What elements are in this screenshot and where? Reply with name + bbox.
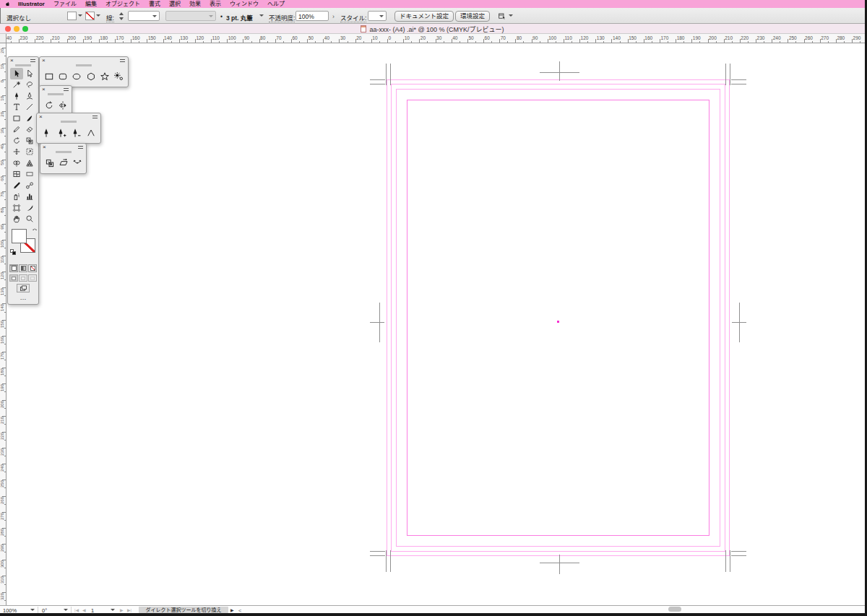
fill-indicator[interactable] [12, 229, 27, 243]
tool-rotate[interactable] [42, 98, 56, 113]
collapse-icon[interactable] [120, 59, 125, 62]
tool-rectangle[interactable] [42, 69, 56, 84]
tool-artboard[interactable] [10, 202, 23, 214]
tool-symbol-sprayer[interactable] [10, 191, 23, 203]
tool-scale[interactable] [43, 156, 56, 170]
color-button[interactable] [9, 264, 18, 272]
gradient-button[interactable] [19, 264, 27, 272]
menu-item-1[interactable]: ファイル [49, 0, 81, 8]
tool-curvature[interactable] [23, 90, 36, 102]
close-icon[interactable]: × [42, 86, 46, 92]
tool-convert-anchor[interactable] [84, 126, 98, 140]
tool-rectangle[interactable] [10, 113, 23, 124]
tool-type[interactable] [10, 102, 23, 113]
rotation-chevron-icon[interactable] [64, 609, 68, 611]
close-icon[interactable]: × [43, 144, 46, 150]
tool-eyedropper[interactable] [10, 180, 23, 191]
tool-eraser[interactable] [23, 124, 36, 136]
tool-rounded-rect[interactable] [56, 69, 69, 84]
tool-direct-selection[interactable] [23, 68, 36, 79]
swap-fill-stroke-icon[interactable] [31, 227, 38, 233]
next-artboard-button[interactable]: ▶ [120, 607, 124, 612]
brush-definition-chevron-icon[interactable] [259, 14, 264, 17]
tool-star[interactable] [98, 69, 111, 84]
tool-perspective-grid[interactable] [23, 157, 36, 169]
zoom-level[interactable]: 100% [3, 607, 17, 614]
menu-item-8[interactable]: ウィンドウ [225, 0, 263, 8]
tool-pen-minus[interactable] [69, 126, 83, 140]
tool-ellipse[interactable] [70, 69, 84, 84]
tool-polygon[interactable] [84, 69, 98, 84]
preferences-button[interactable]: 環境設定 [455, 11, 490, 22]
draw-normal-button[interactable] [9, 274, 18, 282]
tool-pencil[interactable] [10, 124, 23, 136]
menu-item-4[interactable]: 書式 [144, 0, 165, 8]
first-artboard-button[interactable]: |◀ [74, 607, 79, 612]
palette-header[interactable]: × [37, 113, 100, 120]
tool-reshape[interactable] [70, 156, 84, 170]
menu-item-5[interactable]: 選択 [165, 0, 185, 8]
palette-header[interactable]: × [40, 144, 86, 150]
ruler-origin[interactable] [0, 34, 7, 43]
tool-zoom[interactable] [23, 214, 36, 225]
stroke-color-swatch[interactable] [85, 12, 95, 20]
collapse-icon[interactable] [30, 59, 35, 62]
screen-mode-button[interactable] [17, 284, 30, 292]
menu-item-3[interactable]: オブジェクト [101, 0, 144, 8]
none-button[interactable] [28, 264, 37, 272]
rotation-value[interactable]: 0° [42, 607, 47, 614]
stroke-weight-combo[interactable] [128, 11, 160, 21]
menu-item-9[interactable]: ヘルプ [263, 0, 289, 8]
opacity-input[interactable]: 100% [296, 11, 329, 21]
stroke-swatch-chevron-icon[interactable] [96, 14, 100, 17]
tool-slice[interactable] [23, 202, 36, 214]
tool-free-transform[interactable] [23, 147, 36, 158]
fill-swatch-chevron-icon[interactable] [78, 14, 82, 17]
tool-graph[interactable] [23, 191, 36, 203]
tool-reflect[interactable] [56, 98, 69, 113]
tool-selection[interactable] [10, 68, 23, 79]
tool-lasso[interactable] [23, 79, 36, 91]
apple-menu-icon[interactable] [4, 1, 11, 8]
opacity-expand-arrow[interactable]: › [332, 13, 335, 20]
vertical-ruler[interactable]: 2010010203040506070809010011012013014015… [0, 43, 7, 605]
tool-mesh[interactable] [10, 169, 23, 181]
scroll-left-arrow[interactable]: < [238, 607, 241, 614]
palette-header[interactable]: × [40, 57, 128, 64]
collapse-icon[interactable] [64, 88, 69, 91]
zoom-chevron-icon[interactable] [30, 609, 35, 611]
fill-color-swatch[interactable] [67, 12, 77, 20]
menu-item-0[interactable]: Illustrator [14, 0, 49, 8]
tool-flare[interactable] [112, 69, 126, 84]
tool-shear[interactable] [56, 156, 70, 170]
close-icon[interactable]: × [10, 57, 14, 64]
tool-pen-plus[interactable] [54, 126, 68, 140]
artboard-chevron-icon[interactable] [111, 609, 115, 611]
draw-inside-button[interactable] [28, 274, 37, 282]
default-fill-stroke-icon[interactable] [10, 249, 17, 255]
control-panel-chevron-icon[interactable] [509, 14, 513, 17]
prev-artboard-button[interactable]: ◀ [82, 607, 86, 612]
close-icon[interactable]: × [39, 113, 43, 120]
tool-shape-builder[interactable] [10, 157, 23, 169]
tool-hand[interactable] [10, 214, 23, 225]
last-artboard-button[interactable]: ▶| [127, 607, 131, 612]
toolbox-more[interactable]: … [8, 294, 38, 301]
close-icon[interactable]: × [42, 57, 46, 64]
opacity-label[interactable]: 不透明度: [269, 13, 295, 22]
stroke-weight-label[interactable]: 線: [106, 13, 114, 22]
toolbox-header[interactable]: × [8, 57, 38, 64]
canvas[interactable] [7, 43, 865, 605]
tool-pen[interactable] [40, 126, 53, 140]
tool-rotate[interactable] [10, 135, 23, 147]
palette-header[interactable]: × [40, 86, 72, 92]
stroke-weight-stepper[interactable] [118, 12, 125, 21]
status-hint[interactable]: ダイレクト選択ツールを切り換え [139, 607, 228, 613]
collapse-icon[interactable] [78, 146, 83, 149]
tool-magic-wand[interactable] [10, 79, 23, 91]
tool-scale[interactable] [23, 135, 36, 147]
style-combo[interactable] [368, 11, 387, 21]
menu-item-7[interactable]: 表示 [205, 0, 225, 8]
tool-gradient[interactable] [23, 169, 36, 181]
draw-behind-button[interactable] [19, 274, 27, 282]
